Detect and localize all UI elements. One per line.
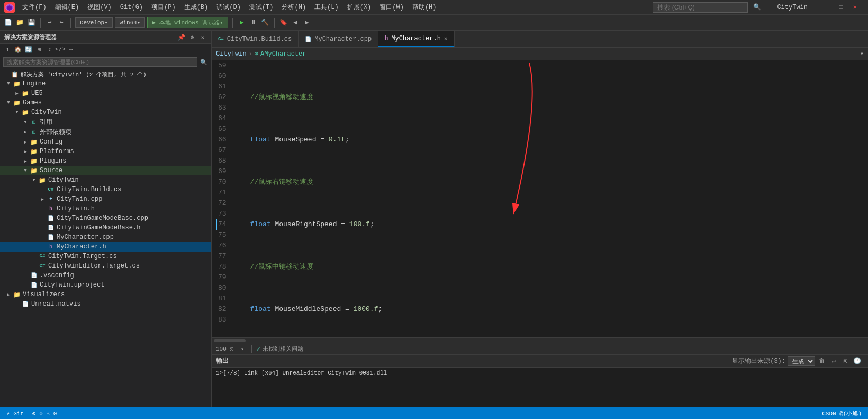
search-input[interactable] <box>653 2 748 13</box>
status-branch[interactable]: ⚡ Git <box>4 410 26 417</box>
menu-window[interactable]: 窗口(W) <box>376 2 407 13</box>
output-clear-icon[interactable]: 🗑 <box>817 356 827 366</box>
build-icon[interactable]: 🔨 <box>260 18 270 28</box>
tree-item-gamemode-cpp[interactable]: 📄 CityTwinGameModeBase.cpp <box>0 213 211 223</box>
menu-extensions[interactable]: 扩展(X) <box>344 2 375 13</box>
platform-selector[interactable]: Win64▾ <box>115 17 146 28</box>
menu-test[interactable]: 测试(T) <box>246 2 277 13</box>
gamemode-h-arrow <box>38 224 47 232</box>
run-icon[interactable]: ▶ <box>237 18 247 28</box>
sidebar-settings-icon[interactable]: ⚙ <box>188 33 196 41</box>
menu-analyze[interactable]: 分析(N) <box>278 2 309 13</box>
tree-item-engine[interactable]: ▼ 📁 Engine <box>0 79 211 88</box>
mycharacter-h-icon: h <box>47 243 55 251</box>
menu-view[interactable]: 视图(V) <box>84 2 115 13</box>
tree-item-citytwin-cpp[interactable]: ▶ + CityTwin.cpp <box>0 194 211 204</box>
sidebar-search-icon[interactable]: 🔍 <box>200 58 208 66</box>
tree-item-external-deps[interactable]: ▶ ⊞ 外部依赖项 <box>0 127 211 137</box>
home-icon[interactable]: 🏠 <box>14 45 22 54</box>
tree-item-games[interactable]: ▼ 📁 Games <box>0 98 211 108</box>
tree-item-source-citytwin[interactable]: ▼ 📁 CityTwin <box>0 175 211 185</box>
tree-item-vsconfig[interactable]: 📄 .vsconfig <box>0 271 211 280</box>
sync-icon[interactable]: ↕ <box>46 45 54 54</box>
horizontal-scrollbar[interactable] <box>212 337 868 343</box>
menu-build[interactable]: 生成(B) <box>181 2 212 13</box>
tree-item-uproject[interactable]: 📄 CityTwin.uproject <box>0 280 211 290</box>
output-clock-icon[interactable]: 🕐 <box>852 356 862 366</box>
editor-target-cs-arrow <box>30 262 38 270</box>
output-build-message: 1>[7/8] Link [x64] UnrealEditor-CityTwin… <box>216 370 864 376</box>
tab-mycharacter-h[interactable]: h MyCharacter.h ✕ <box>378 31 454 47</box>
output-title: 输出 <box>216 356 229 365</box>
config-icon: 📁 <box>30 138 38 146</box>
attach-icon[interactable]: ⏸ <box>249 18 258 28</box>
tab-mycharacter-cpp[interactable]: 📄 MyCharacter.cpp <box>299 31 378 47</box>
run-button[interactable]: ▶ 本地 Windows 调试器▾ <box>147 17 228 28</box>
breadcrumb-class[interactable]: AMyCharacter <box>260 50 306 58</box>
maximize-button[interactable]: □ <box>836 3 846 12</box>
tree-item-visualizers[interactable]: ▶ 📁 Visualizers <box>0 290 211 299</box>
bookmark-icon[interactable]: 🔖 <box>279 18 288 28</box>
menu-tools[interactable]: 工具(L) <box>311 2 342 13</box>
sidebar-close-icon[interactable]: ✕ <box>198 33 207 41</box>
tree-item-gamemode-h[interactable]: 📄 CityTwinGameModeBase.h <box>0 223 211 233</box>
tab-build-cs[interactable]: C# CityTwin.Build.cs <box>212 31 299 47</box>
tree-item-refs[interactable]: ▼ ⊞ 引用 <box>0 117 211 127</box>
filter-icon[interactable]: ⊞ <box>35 45 43 54</box>
code-icon[interactable]: </> <box>56 45 65 54</box>
ue5-arrow: ▶ <box>13 89 21 97</box>
pin-icon[interactable]: 📌 <box>177 33 186 41</box>
refresh-icon[interactable]: 🔄 <box>24 45 33 54</box>
scroll-thumb[interactable] <box>214 339 246 342</box>
search-icon[interactable]: 🔍 <box>750 2 764 12</box>
tree-item-mycharacter-h[interactable]: h MyCharacter.h <box>0 242 211 252</box>
output-toggle-icon[interactable]: ⇱ <box>840 356 850 366</box>
menu-debug[interactable]: 调试(D) <box>213 2 244 13</box>
tree-item-platforms[interactable]: ▶ 📁 Platforms <box>0 147 211 156</box>
minimize-button[interactable]: ─ <box>822 3 832 12</box>
redo-icon[interactable]: ↪ <box>57 18 66 28</box>
menu-git[interactable]: Git(G) <box>117 3 146 12</box>
tree-item-config[interactable]: ▶ 📁 Config <box>0 137 211 147</box>
branch-selector[interactable]: Develop▾ <box>75 17 113 28</box>
tree-item-ue5[interactable]: ▶ 📁 UE5 <box>0 88 211 98</box>
code-line-59: //鼠标视角移动速度 <box>238 92 868 103</box>
sidebar-search-input[interactable] <box>3 57 197 67</box>
save-icon[interactable]: 💾 <box>26 18 36 28</box>
collapse-all-icon[interactable]: ⬆ <box>3 45 12 54</box>
tree-item-editor-target-cs[interactable]: C# CityTwinEditor.Target.cs <box>0 261 211 271</box>
next-bookmark-icon[interactable]: ▶ <box>302 18 312 28</box>
zoom-dropdown-icon[interactable]: ▾ <box>238 344 247 354</box>
tree-item-build-cs[interactable]: C# CityTwin.Build.cs <box>0 185 211 194</box>
tab-mycharacter-h-close[interactable]: ✕ <box>444 35 448 42</box>
close-button[interactable]: ✕ <box>850 3 860 12</box>
new-file-icon[interactable]: 📄 <box>3 18 13 28</box>
menu-file[interactable]: 文件(F) <box>19 2 50 13</box>
tree-item-source[interactable]: ▼ 📁 Source <box>0 166 211 175</box>
code-editor[interactable]: 59 60 61 62 63 64 65 66 67 68 69 70 71 7… <box>212 60 868 343</box>
code-content[interactable]: 59 60 61 62 63 64 65 66 67 68 69 70 71 7… <box>212 60 868 337</box>
tree-item-plugins[interactable]: ▶ 📁 Plugins <box>0 156 211 166</box>
tree-item-natvis[interactable]: 📄 Unreal.natvis <box>0 299 211 309</box>
menu-edit[interactable]: 编辑(E) <box>52 2 83 13</box>
output-wrap-icon[interactable]: ↵ <box>829 356 838 366</box>
menu-project[interactable]: 项目(P) <box>148 2 179 13</box>
status-errors[interactable]: ⊗ 0 ⚠ 0 <box>30 410 59 417</box>
tree-item-citytwin-h[interactable]: h CityTwin.h <box>0 204 211 213</box>
solution-root-item[interactable]: 📋 解决方案 'CityTwin' (2 个项目, 共 2 个) <box>0 69 211 79</box>
options-icon[interactable]: ⋯ <box>67 45 75 54</box>
breadcrumb-citytwin[interactable]: CityTwin <box>216 50 247 58</box>
citytwin-h-label: CityTwin.h <box>57 205 95 212</box>
tree-item-target-cs[interactable]: C# CityTwin.Target.cs <box>0 252 211 261</box>
tree-item-citytwin-project[interactable]: ▼ 📁 CityTwin <box>0 108 211 117</box>
prev-bookmark-icon[interactable]: ◀ <box>291 18 300 28</box>
open-icon[interactable]: 📁 <box>15 18 24 28</box>
code-lines[interactable]: //鼠标视角移动速度 float MouseSpeed = 0.1f; //鼠标… <box>233 60 868 337</box>
visualizers-arrow: ▶ <box>4 290 13 299</box>
tree-item-mycharacter-cpp[interactable]: 📄 MyCharacter.cpp <box>0 233 211 242</box>
output-source-select[interactable]: 生成 <box>788 356 815 366</box>
undo-icon[interactable]: ↩ <box>45 18 55 28</box>
uproject-arrow <box>21 281 30 289</box>
menu-help[interactable]: 帮助(H) <box>409 2 440 13</box>
vsconfig-label: .vsconfig <box>40 272 74 279</box>
